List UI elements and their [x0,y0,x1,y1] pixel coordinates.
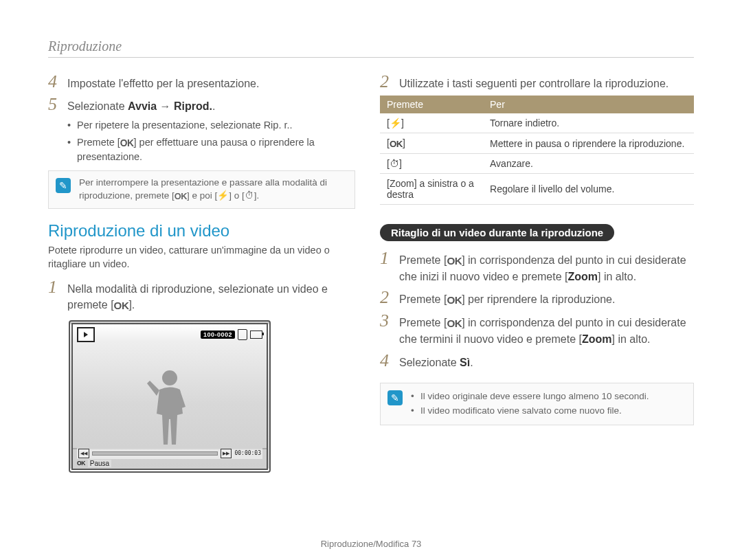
step-number: 2 [380,73,392,91]
step-number: 5 [48,96,60,114]
video-preview-illustration: 100-0002 [69,320,271,473]
text: Selezionate [399,357,460,368]
key-cell: [⏱] [380,154,483,174]
text: Premete [ [77,137,120,148]
th-premete: Premete [380,96,483,113]
key-cell: [OK] [380,133,483,154]
note-bullet: Il video modificato viene salvato come n… [411,405,649,418]
section-subtitle: Potete riprodurre un video, catturare un… [48,243,355,271]
bullet: Premete [OK] per effettuare una pausa o … [67,135,355,164]
breadcrumb: Riproduzione [48,38,694,54]
text: ]. [128,299,135,311]
play-mode-icon [77,327,95,342]
rewind-icon: ◀◀ [78,449,89,458]
flash-icon: ⚡ [217,190,229,201]
section-title: Riproduzione di un video [48,221,355,240]
ok-icon: OK [114,298,129,313]
step-number: 3 [380,312,392,347]
two-column-layout: 4 Impostate l'effetto per la presentazio… [48,73,694,473]
text: Premete [ [399,254,447,266]
trim-step-3: 3 Premete [OK] in corrispondenza del pun… [380,312,694,347]
ok-icon: OK [77,460,85,467]
playback-bar: ◀◀ ▶▶ 00:00:03 [77,448,262,459]
step-text: Selezionate Avvia → Riprod.. [67,96,216,114]
arrow: → [157,100,174,112]
text: ] per riprendere la riproduzione. [462,293,615,305]
text: Premete [ [399,293,447,305]
step-1: 1 Nella modalità di riproduzione, selezi… [48,278,355,313]
battery-icon [250,331,262,339]
svg-point-0 [162,370,177,385]
step-text: Premete [OK] in corrispondenza del punto… [399,312,694,347]
bold: Zoom [582,333,612,345]
bold: Zoom [568,271,598,282]
sd-card-icon [238,329,247,340]
ok-icon: OK [447,316,462,331]
bullets: Per ripetere la presentazione, seleziona… [67,118,355,164]
trim-step-2: 2 Premete [OK] per riprendere la riprodu… [380,289,694,308]
val-cell: Mettere in pausa o riprendere la riprodu… [483,133,694,154]
note-box: ✎ Il video originale deve essere lungo a… [380,383,694,425]
seek-track [92,451,218,456]
text: Premete [ [399,317,447,328]
text: . [290,120,293,131]
key-cell: [Zoom] a sinistra o a destra [380,174,483,205]
bold: Zoom [390,178,414,189]
val-cell: Avanzare. [483,154,694,174]
table-row: [Zoom] a sinistra o a destra Regolare il… [380,174,694,205]
text: ] in alto. [612,333,651,345]
bullet: Per ripetere la presentazione, seleziona… [67,118,355,132]
ok-pausa-label: OK Pausa [77,460,111,467]
page-number: 73 [412,539,421,549]
note-icon: ✎ [56,178,71,193]
text: ]. [254,190,260,201]
subsection-pill: Ritaglio di un video durante la riproduz… [380,224,614,241]
note-icon: ✎ [387,390,403,405]
ok-icon: OK [447,254,462,269]
bold: Riprod. [174,100,212,112]
left-column: 4 Impostate l'effetto per la presentazio… [48,73,355,473]
timecode: 00:00:03 [234,450,261,456]
timer-icon: ⏱ [390,158,399,169]
pausa-label: Pausa [88,460,111,467]
step-text: Premete [OK] in corrispondenza del punto… [399,249,694,284]
note-text: Il video originale deve essere lungo alm… [411,389,649,419]
text: . [470,357,473,368]
page: Riproduzione 4 Impostate l'effetto per l… [0,0,742,560]
step-number: 2 [380,289,392,308]
text: ] o [ [229,190,245,201]
right-column: 2 Utilizzate i tasti seguenti per contro… [380,73,694,473]
step-number: 1 [48,278,60,313]
step-text: Nella modalità di riproduzione, selezion… [67,278,355,313]
footer-text: Riproduzione/Modifica [321,539,412,549]
text: ] e poi [ [187,190,217,201]
step-2: 2 Utilizzate i tasti seguenti per contro… [380,73,694,91]
page-footer: Riproduzione/Modifica 73 [0,539,742,549]
ok-icon: OK [447,293,462,308]
val-cell: Tornare indietro. [483,113,694,133]
text: Per ripetere la presentazione, seleziona… [77,120,264,131]
note-bullet: Il video originale deve essere lungo alm… [411,390,649,403]
ok-icon: OK [390,139,403,149]
divider [48,57,694,58]
step-number: 4 [48,73,60,91]
bold: Rip. r. [264,120,290,131]
timer-icon: ⏱ [245,190,254,201]
key-cell: [⚡] [380,113,483,133]
trim-step-4: 4 Selezionate Sì. [380,352,694,370]
note-text: Per interrompere la presentazione e pass… [79,177,348,203]
step-text: Premete [OK] per riprendere la riproduzi… [399,289,615,308]
step-number: 1 [380,249,392,284]
step-number: 4 [380,352,392,370]
table-row: [⏱] Avanzare. [380,154,694,174]
table-row: [OK] Mettere in pausa o riprendere la ri… [380,133,694,154]
flash-icon: ⚡ [390,117,401,128]
bold: Avvia [128,100,157,112]
forward-icon: ▶▶ [221,449,232,458]
step-text: Selezionate Sì. [399,352,473,370]
step-text: Impostate l'effetto per la presentazione… [67,73,259,91]
step-4: 4 Impostate l'effetto per la presentazio… [48,73,355,91]
person-silhouette [146,366,194,448]
ok-icon: OK [175,190,187,203]
file-counter: 100-0002 [201,331,235,339]
